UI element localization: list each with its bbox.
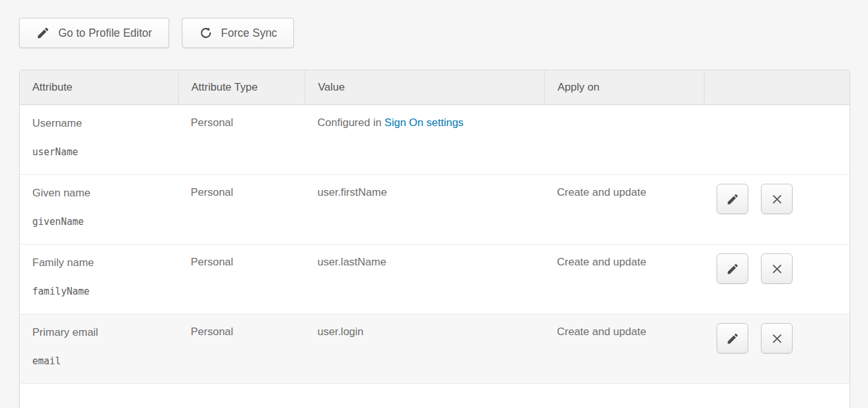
sign-on-settings-link[interactable]: Sign On settings [385, 117, 464, 129]
pencil-icon [36, 26, 50, 40]
attribute-label: Family name [32, 256, 172, 269]
column-header-attribute: Attribute [20, 70, 178, 105]
actions-cell [704, 245, 850, 314]
value-cell: user.lastName [305, 245, 544, 314]
attribute-cell: Given name givenName [20, 175, 178, 244]
attribute-variable-name: givenName [32, 216, 172, 227]
pencil-icon [726, 193, 739, 206]
attribute-variable-name: userName [32, 146, 172, 158]
attribute-type-value: Personal [191, 186, 233, 198]
edit-attribute-button[interactable] [717, 253, 748, 284]
attribute-type-value: Personal [191, 326, 233, 338]
edit-attribute-button[interactable] [717, 323, 748, 354]
attribute-label: Primary email [32, 326, 172, 339]
apply-on-cell: Create and update [544, 245, 704, 314]
value-cell: user.firstName [305, 175, 544, 244]
attribute-type-cell: Personal [178, 175, 305, 244]
pencil-icon [726, 332, 739, 345]
column-header-attribute-type: Attribute Type [178, 70, 305, 105]
column-header-value: Value [305, 70, 544, 105]
force-sync-label: Force Sync [221, 27, 278, 40]
attribute-label: Username [32, 117, 172, 130]
table-row: Primary email email Personal user.login … [20, 314, 850, 384]
edit-attribute-button[interactable] [717, 184, 748, 214]
empty-row [20, 384, 850, 408]
actions-cell [704, 314, 850, 383]
table-row: Username userName Personal Configured in… [20, 105, 850, 175]
close-icon [770, 332, 784, 345]
close-icon [770, 193, 784, 206]
attribute-type-value: Personal [191, 117, 233, 129]
value-cell: user.login [305, 314, 544, 383]
value-cell: Configured in Sign On settings [305, 105, 544, 174]
attribute-cell: Username userName [20, 105, 178, 174]
go-to-profile-editor-button[interactable]: Go to Profile Editor [19, 18, 169, 48]
attribute-label: Given name [32, 186, 172, 200]
value-text: user.login [317, 326, 364, 338]
force-sync-button[interactable]: Force Sync [182, 18, 295, 48]
value-prefix-text: Configured in [317, 117, 385, 129]
attribute-type-cell: Personal [178, 245, 305, 314]
attribute-variable-name: email [32, 355, 172, 367]
pencil-icon [726, 262, 739, 276]
apply-on-value: Create and update [557, 256, 646, 268]
column-header-apply-on: Apply on [544, 70, 704, 105]
attribute-mappings-table: AttributeAttribute TypeValueApply on Use… [19, 70, 850, 408]
delete-attribute-button[interactable] [761, 323, 793, 354]
attribute-cell: Family name familyName [20, 245, 178, 314]
actions-cell [704, 175, 850, 244]
table-row: Given name givenName Personal user.first… [20, 175, 850, 245]
table-body: Username userName Personal Configured in… [20, 105, 850, 384]
delete-attribute-button[interactable] [761, 253, 793, 284]
toolbar: Go to Profile Editor Force Sync [19, 18, 294, 48]
attribute-mappings-page: Go to Profile Editor Force Sync Attribut… [0, 0, 868, 408]
close-icon [770, 262, 784, 276]
attribute-type-cell: Personal [178, 105, 305, 174]
table-row: Family name familyName Personal user.las… [20, 245, 850, 314]
delete-attribute-button[interactable] [761, 184, 793, 214]
apply-on-value: Create and update [557, 326, 646, 338]
value-text: user.firstName [317, 186, 387, 198]
refresh-icon [199, 26, 213, 40]
value-text: user.lastName [317, 256, 386, 268]
attribute-variable-name: familyName [32, 286, 172, 297]
attribute-cell: Primary email email [20, 314, 178, 383]
attribute-type-value: Personal [191, 256, 233, 268]
go-to-profile-editor-label: Go to Profile Editor [58, 27, 152, 40]
apply-on-cell: Create and update [544, 175, 704, 244]
column-header-actions [704, 70, 850, 105]
apply-on-cell: Create and update [544, 314, 704, 383]
table-header-row: AttributeAttribute TypeValueApply on [20, 70, 850, 105]
apply-on-cell [544, 105, 704, 174]
attribute-type-cell: Personal [178, 314, 305, 383]
apply-on-value: Create and update [557, 186, 646, 198]
actions-cell [704, 105, 850, 174]
